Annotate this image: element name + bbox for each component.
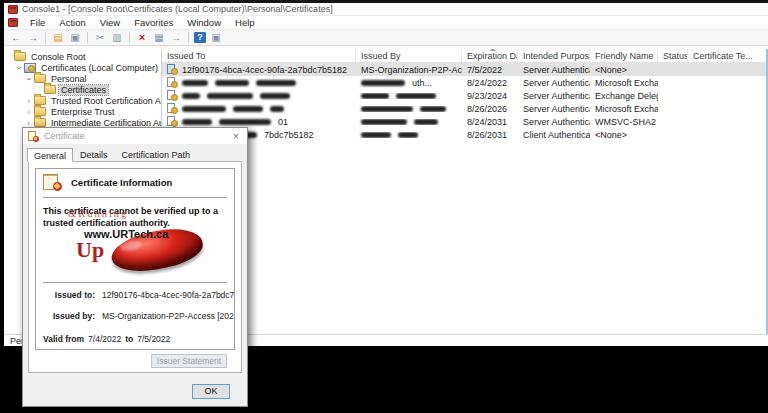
close-icon[interactable]: × — [230, 131, 242, 142]
redacted-text — [219, 119, 271, 125]
delete-icon[interactable]: × — [135, 31, 149, 44]
column-friendly-name[interactable]: Friendly Name — [590, 49, 658, 62]
column-status[interactable]: Status — [658, 49, 688, 62]
redacted-text — [361, 80, 405, 86]
redacted-text — [414, 119, 438, 125]
redacted-text — [182, 119, 212, 125]
table-row[interactable]: 8/26/2026 Server Authenticati... Microso… — [162, 102, 768, 115]
redacted-text — [256, 80, 296, 86]
table-row[interactable]: 7bdc7b5182 8/26/2031 Client Authenticati… — [162, 128, 768, 141]
issuer-statement-button[interactable]: Issuer Statement — [151, 354, 227, 368]
tab-details[interactable]: Details — [73, 147, 115, 161]
redacted-text — [420, 106, 446, 112]
divider — [43, 197, 227, 199]
properties-icon[interactable]: ▦ — [152, 31, 166, 44]
chevron-right-icon[interactable]: › — [24, 96, 33, 106]
chevron-down-icon[interactable]: › — [24, 74, 34, 83]
certificate-icon — [167, 64, 178, 75]
certificate-icon — [28, 131, 39, 142]
tree-item-personal[interactable]: › Personal — [4, 73, 161, 84]
chevron-down-icon[interactable]: › — [14, 63, 24, 72]
watermark-running-text: &Running — [68, 208, 128, 219]
column-certificate-template[interactable]: Certificate Te... — [688, 49, 768, 62]
back-icon[interactable]: ← — [9, 31, 23, 44]
redacted-text — [398, 132, 418, 138]
tree-item-console-root[interactable]: › Console Root — [4, 51, 161, 62]
redacted-text — [207, 93, 253, 99]
menu-bar: File Action View Favorites Window Help — [4, 16, 768, 30]
redacted-text — [270, 106, 284, 112]
toolbar: ← → ▤ ▣ ✂ ▥ × ▦ → ? ▣ — [4, 30, 768, 46]
redacted-text — [182, 80, 208, 86]
dialog-titlebar[interactable]: Certificate × — [23, 128, 247, 144]
redacted-text — [361, 132, 391, 138]
table-row[interactable]: uth... 8/24/2022 Server Authenticati... … — [162, 76, 768, 89]
column-issued-by[interactable]: Issued By — [356, 49, 462, 62]
redacted-text — [182, 106, 226, 112]
folder-icon — [44, 85, 56, 94]
export-folder-icon[interactable]: ▤ — [51, 31, 65, 44]
tree-item-trusted-root[interactable]: › Trusted Root Certification Authorities — [4, 95, 161, 106]
ok-button[interactable]: OK — [192, 384, 230, 399]
certificate-icon — [167, 77, 178, 88]
toolbar-separator — [188, 32, 189, 43]
general-tab-page: Certificate Information This certificate… — [28, 161, 242, 373]
redacted-text — [361, 93, 389, 99]
certificate-seal-icon — [43, 174, 63, 191]
certificate-icon — [167, 90, 178, 101]
tree-item-certificates[interactable]: › Certificates — [4, 84, 161, 95]
help-icon[interactable]: ? — [194, 32, 206, 43]
column-expiration-date[interactable]: Expiration Date — [462, 49, 518, 62]
chevron-right-icon[interactable]: › — [24, 118, 33, 128]
tab-certification-path[interactable]: Certification Path — [115, 147, 198, 161]
menu-favorites[interactable]: Favorites — [128, 16, 179, 29]
copy-icon[interactable]: ▥ — [110, 31, 124, 44]
console-child-icon — [8, 18, 18, 27]
redacted-text — [396, 93, 436, 99]
certificate-dialog: Certificate × General Details Certificat… — [22, 127, 248, 407]
table-row[interactable]: 01 8/24/2031 Server Authenticati... WMSV… — [162, 115, 768, 128]
divider — [43, 282, 227, 284]
console-tree-icon[interactable]: ▣ — [68, 31, 82, 44]
menu-help[interactable]: Help — [229, 16, 261, 29]
menu-file[interactable]: File — [24, 16, 51, 29]
dialog-title: Certificate — [44, 131, 85, 141]
new-window-icon[interactable]: ▣ — [209, 31, 223, 44]
forward-icon[interactable]: → — [26, 31, 40, 44]
tab-general[interactable]: General — [27, 148, 73, 162]
toolbar-separator — [45, 32, 46, 43]
validity-row: Valid from 7/4/2022 to 7/5/2022 — [43, 334, 227, 344]
tree-item-enterprise-trust[interactable]: › Enterprise Trust — [4, 106, 161, 117]
dialog-footer: OK — [23, 373, 247, 406]
window-titlebar[interactable]: Console1 - [Console Root\Certificates (L… — [4, 3, 768, 16]
issued-to-value: 12f90176-4bca-4cec-90fa-2a7bdc7b5182 — [102, 290, 235, 300]
folder-icon — [34, 118, 46, 127]
dialog-tabs: General Details Certification Path — [23, 144, 247, 161]
certificate-store-icon — [24, 63, 36, 73]
refresh-icon[interactable]: → — [169, 31, 183, 44]
redacted-text — [361, 119, 407, 125]
sort-ascending-icon — [490, 49, 496, 51]
column-intended-purposes[interactable]: Intended Purposes — [518, 49, 590, 62]
certificate-icon — [167, 103, 178, 114]
folder-icon — [34, 74, 46, 83]
redacted-text — [361, 106, 413, 112]
watermark-url-text: www.URTech.ca — [84, 228, 168, 240]
console-app-icon — [8, 5, 18, 14]
redacted-text — [233, 106, 263, 112]
folder-icon — [34, 107, 46, 116]
menu-window[interactable]: Window — [181, 16, 227, 29]
tree-item-certificates-local-computer[interactable]: › Certificates (Local Computer) — [4, 62, 161, 73]
chevron-right-icon[interactable]: › — [24, 107, 33, 117]
menu-view[interactable]: View — [94, 16, 126, 29]
redacted-text — [215, 80, 249, 86]
table-row[interactable]: 12f90176-4bca-4cec-90fa-2a7bdc7b5182 MS-… — [162, 63, 768, 76]
watermark-up-text: Up — [76, 237, 104, 263]
table-row[interactable]: 9/23/2024 Server Authenticati... Exchang… — [162, 89, 768, 102]
cut-icon[interactable]: ✂ — [93, 31, 107, 44]
folder-icon — [34, 96, 46, 105]
list-header: Issued To Issued By Expiration Date Inte… — [162, 49, 768, 63]
issued-by-row: Issued by: MS-Organization-P2P-Access [2… — [43, 311, 227, 321]
column-issued-to[interactable]: Issued To — [162, 49, 356, 62]
menu-action[interactable]: Action — [53, 16, 91, 29]
